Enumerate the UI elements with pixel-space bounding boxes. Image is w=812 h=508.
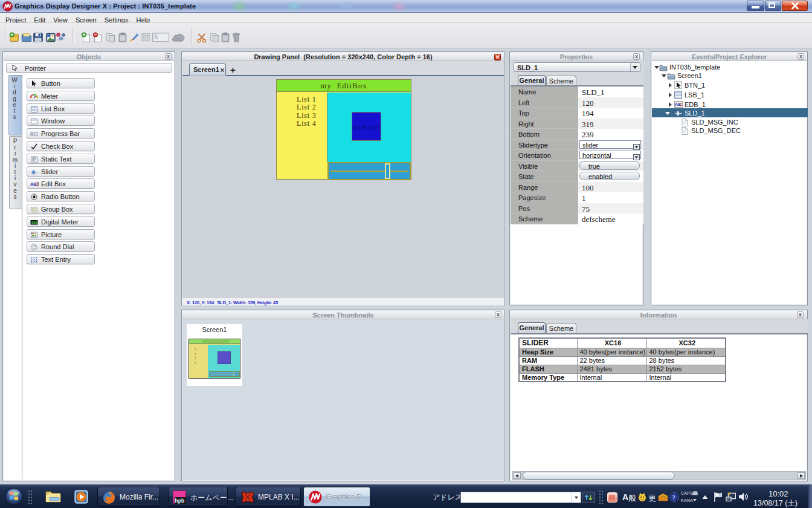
svg-text:C: C bbox=[679, 102, 682, 106]
svg-text:hpb: hpb bbox=[175, 498, 185, 504]
svg-text:888: 888 bbox=[31, 221, 37, 225]
svg-text:?: ? bbox=[672, 493, 676, 501]
